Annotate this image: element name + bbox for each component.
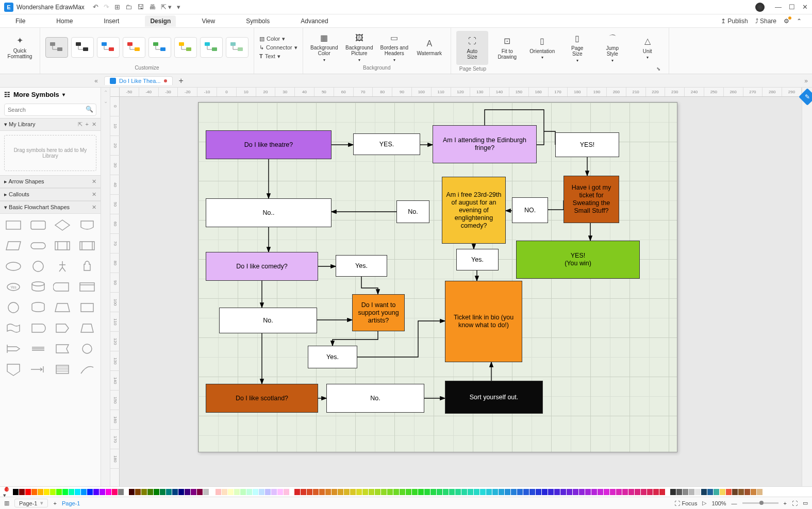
color-swatch[interactable] (683, 489, 688, 495)
shape-24[interactable] (3, 341, 24, 357)
color-swatch[interactable] (610, 489, 616, 495)
color-swatch[interactable] (362, 489, 368, 495)
section-close-icon[interactable]: ✕ (92, 191, 96, 198)
color-swatch[interactable] (100, 489, 105, 495)
color-swatch[interactable] (486, 489, 492, 495)
flow-node-n3[interactable]: Am I attending the Edinburgh fringe? (433, 125, 537, 163)
theme-option-6[interactable] (200, 37, 223, 58)
color-swatch[interactable] (523, 489, 529, 495)
color-swatch[interactable] (738, 489, 744, 495)
color-swatch[interactable] (369, 489, 374, 495)
color-swatch[interactable] (69, 489, 74, 495)
shape-17[interactable] (28, 299, 48, 316)
undo-button[interactable]: ↶ (93, 3, 98, 11)
color-swatch[interactable] (154, 489, 159, 495)
share-button[interactable]: ⤴ Share (755, 18, 776, 25)
color-swatch[interactable] (375, 489, 380, 495)
page-size-button[interactable]: ▯Page Size▾ (561, 31, 593, 65)
fit-width-button[interactable]: ▭ (803, 500, 808, 506)
color-swatch[interactable] (344, 489, 350, 495)
color-swatch[interactable] (744, 489, 750, 495)
fill-tool-icon[interactable]: 🩸▾ (3, 486, 10, 497)
page-name[interactable]: Page-1 (62, 500, 80, 506)
zoom-out-button[interactable]: — (732, 500, 737, 506)
color-swatch[interactable] (307, 489, 312, 495)
symbol-search-input[interactable] (4, 104, 96, 116)
document-tab[interactable]: Do I Like Thea... (104, 76, 173, 85)
color-swatch[interactable] (87, 489, 93, 495)
shape-26[interactable] (53, 341, 73, 357)
library-add-icon[interactable]: + (86, 121, 89, 128)
color-swatch[interactable] (319, 489, 325, 495)
color-swatch[interactable] (172, 489, 178, 495)
color-swatch[interactable] (222, 489, 227, 495)
flow-node-n2[interactable]: YES. (353, 133, 420, 155)
shape-16[interactable] (3, 299, 24, 316)
color-swatch[interactable] (50, 489, 56, 495)
presentation-button[interactable]: ▷ (702, 500, 706, 506)
publish-button[interactable]: ↥ Publish (721, 18, 748, 25)
color-swatch[interactable] (216, 489, 221, 495)
color-swatch[interactable] (480, 489, 486, 495)
shape-11[interactable] (77, 258, 97, 275)
theme-option-1[interactable] (71, 37, 94, 58)
shape-8[interactable] (3, 258, 24, 275)
shape-9[interactable] (28, 258, 48, 275)
color-swatch[interactable] (387, 489, 393, 495)
page-setup-launcher[interactable]: ⬊ (656, 66, 660, 72)
flow-node-n1[interactable]: Do I like theatre? (206, 130, 332, 159)
quick-formatting-button[interactable]: ✦ Quick Formatting (4, 30, 36, 64)
color-swatch[interactable] (350, 489, 356, 495)
flow-node-n9[interactable]: Have i got my ticket for Sweating the Sm… (564, 176, 619, 223)
color-swatch[interactable] (604, 489, 609, 495)
color-swatch[interactable] (75, 489, 80, 495)
shape-10[interactable] (53, 258, 73, 275)
library-import-icon[interactable]: ⇱ (78, 121, 82, 128)
shape-18[interactable] (53, 299, 73, 316)
shape-25[interactable] (28, 341, 48, 357)
window-close[interactable]: ✕ (802, 3, 808, 11)
color-swatch[interactable] (19, 489, 25, 495)
color-swatch[interactable] (732, 489, 738, 495)
color-swatch[interactable] (228, 489, 234, 495)
shape-20[interactable] (3, 320, 24, 336)
color-swatch[interactable] (701, 489, 707, 495)
color-swatch[interactable] (474, 489, 479, 495)
color-swatch[interactable] (141, 489, 147, 495)
menu-insert[interactable]: Insert (98, 15, 124, 27)
user-avatar[interactable] (755, 3, 765, 12)
color-swatch[interactable] (641, 489, 647, 495)
shape-27[interactable] (77, 341, 97, 357)
color-swatch[interactable] (400, 489, 405, 495)
notifications-icon[interactable]: ⚙ (784, 18, 789, 25)
color-swatch[interactable] (25, 489, 31, 495)
color-swatch[interactable] (573, 489, 578, 495)
color-swatch[interactable] (616, 489, 622, 495)
section-basic-flowchart[interactable]: ▾ Basic Flowchart Shapes ✕ (0, 201, 101, 214)
shape-30[interactable] (53, 361, 73, 378)
color-swatch[interactable] (62, 489, 68, 495)
color-swatch[interactable] (536, 489, 541, 495)
color-swatch[interactable] (751, 489, 756, 495)
color-swatch[interactable] (635, 489, 640, 495)
color-swatch[interactable] (338, 489, 343, 495)
color-swatch[interactable] (653, 489, 659, 495)
color-swatch[interactable] (529, 489, 535, 495)
flow-node-n20[interactable]: Sort yourself out. (445, 381, 543, 414)
shape-15[interactable] (77, 279, 97, 295)
ribbon-color[interactable]: ▧ Color ▾ (259, 36, 297, 42)
shape-12[interactable]: Yes (3, 279, 24, 295)
color-swatch[interactable] (517, 489, 523, 495)
color-swatch[interactable] (246, 489, 252, 495)
collapse-right-panel[interactable]: » (804, 77, 808, 84)
qat-export[interactable]: ⇱ ▾ (161, 3, 172, 11)
focus-mode-button[interactable]: ⛶ Focus (674, 500, 697, 506)
shape-31[interactable] (77, 361, 97, 378)
color-swatch[interactable] (93, 489, 99, 495)
color-swatch[interactable] (720, 489, 725, 495)
unit-button[interactable]: △Unit▾ (632, 31, 664, 65)
color-swatch[interactable] (567, 489, 572, 495)
library-close-icon[interactable]: ✕ (92, 121, 96, 128)
shape-28[interactable] (3, 361, 24, 378)
color-swatch[interactable] (455, 489, 461, 495)
